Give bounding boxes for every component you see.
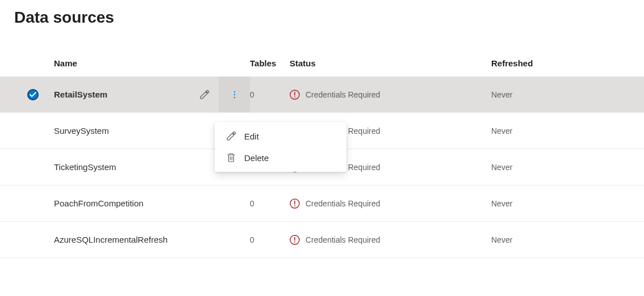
svg-point-0: [233, 91, 235, 92]
row-refreshed: Never: [491, 90, 644, 99]
svg-point-2: [233, 96, 235, 98]
svg-point-10: [294, 205, 295, 206]
svg-point-4: [294, 96, 295, 98]
column-header-tables[interactable]: Tables: [250, 58, 290, 68]
svg-point-1: [233, 94, 235, 95]
row-name: TicketingSystem: [54, 162, 190, 172]
menu-item-label: Delete: [244, 153, 269, 163]
menu-item-delete[interactable]: Delete: [215, 147, 346, 168]
row-select-checkbox[interactable]: [0, 89, 54, 100]
row-name: RetailSystem: [54, 90, 190, 99]
row-status-text: Credentials Required: [306, 199, 380, 208]
table-row[interactable]: PoachFromCompetition 0 Credentials Requi…: [0, 185, 644, 222]
pencil-icon: [199, 90, 210, 100]
column-header-status[interactable]: Status: [290, 58, 491, 68]
table-row[interactable]: AzureSQLIncrementalRefresh 0 Credentials…: [0, 222, 644, 258]
row-refreshed: Never: [491, 199, 644, 208]
row-status-text: Credentials Required: [306, 90, 380, 99]
row-tables: 0: [250, 235, 290, 244]
warning-icon: [290, 198, 300, 209]
pencil-icon: [226, 131, 236, 141]
page-title: Data sources: [14, 9, 644, 27]
more-options-button[interactable]: [219, 77, 250, 112]
row-status: Credentials Required: [290, 235, 491, 245]
row-status: Credentials Required: [290, 198, 491, 209]
row-refreshed: Never: [491, 163, 644, 172]
menu-item-label: Edit: [244, 132, 259, 141]
edit-button[interactable]: [190, 198, 219, 209]
row-refreshed: Never: [491, 126, 644, 136]
edit-button[interactable]: [190, 90, 219, 100]
column-header-refreshed[interactable]: Refreshed: [491, 58, 644, 68]
row-name: SurveySystem: [54, 126, 190, 136]
svg-point-12: [294, 242, 295, 243]
row-status-text: Credentials Required: [306, 235, 380, 244]
row-refreshed: Never: [491, 235, 644, 244]
trash-icon: [226, 153, 236, 163]
edit-button[interactable]: [190, 235, 219, 245]
check-icon: [30, 91, 36, 98]
row-name: PoachFromCompetition: [54, 198, 190, 208]
vertical-dots-icon: [230, 90, 239, 99]
context-menu: Edit Delete: [215, 122, 346, 172]
row-tables: 0: [250, 90, 290, 99]
warning-icon: [290, 235, 300, 245]
column-header-name[interactable]: Name: [54, 58, 190, 68]
row-status: Credentials Required: [290, 90, 491, 100]
row-tables: 0: [250, 199, 290, 208]
menu-item-edit[interactable]: Edit: [215, 125, 346, 147]
table-header: Name Tables Status Refreshed: [0, 49, 644, 77]
row-name: AzureSQLIncrementalRefresh: [54, 235, 190, 244]
warning-icon: [290, 90, 300, 100]
table-row[interactable]: RetailSystem 0 Credentials Required Neve…: [0, 77, 644, 113]
